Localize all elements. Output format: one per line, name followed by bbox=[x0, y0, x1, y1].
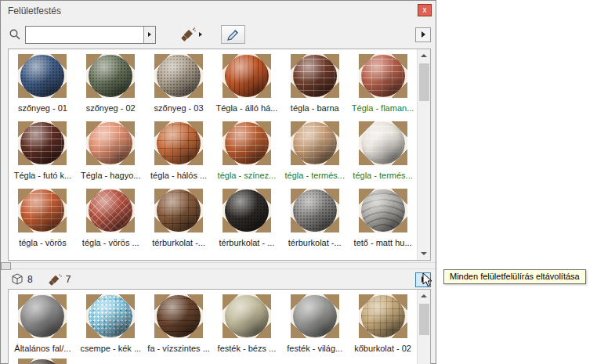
material-thumbnail bbox=[18, 294, 67, 338]
paint-sprayer-icon bbox=[181, 27, 196, 41]
material-item[interactable]: Tégla - futó k... bbox=[9, 121, 77, 189]
material-item[interactable]: szőnyeg - 02 bbox=[77, 54, 145, 121]
material-sphere bbox=[20, 359, 64, 364]
material-item[interactable]: szőnyeg - 01 bbox=[9, 54, 77, 121]
material-label: festék - bézs ... bbox=[213, 344, 281, 353]
material-item[interactable]: festék - bézs ... bbox=[213, 294, 281, 359]
material-sphere bbox=[361, 189, 405, 232]
material-label: tégla - vörös bbox=[9, 238, 77, 247]
close-icon[interactable]: x bbox=[418, 4, 432, 16]
material-label: Általános fal/... bbox=[9, 344, 77, 353]
material-thumbnail bbox=[154, 294, 203, 338]
material-sphere bbox=[293, 295, 337, 337]
material-thumbnail bbox=[291, 294, 339, 338]
material-label: tégla - vörös ... bbox=[77, 238, 145, 247]
surface-count: 8 bbox=[27, 274, 33, 285]
material-label: tégla - termés... bbox=[349, 171, 417, 180]
material-thumbnail bbox=[291, 121, 339, 165]
material-item[interactable]: tégla - termés... bbox=[280, 121, 349, 189]
material-label: Tégla - futó k... bbox=[9, 171, 77, 180]
material-sphere bbox=[225, 55, 269, 97]
eyedropper-icon bbox=[226, 28, 240, 41]
material-item[interactable]: Tégla - hagyo... bbox=[77, 121, 145, 189]
material-item[interactable]: Tégla - flaman... bbox=[349, 54, 417, 121]
material-item[interactable]: tégla - barna bbox=[280, 54, 349, 121]
material-sphere bbox=[157, 122, 201, 164]
material-thumbnail bbox=[18, 359, 67, 364]
material-label: tégla - barna bbox=[280, 103, 349, 113]
material-sphere bbox=[293, 55, 337, 97]
material-thumbnail bbox=[154, 189, 203, 232]
material-sphere bbox=[157, 295, 201, 337]
material-item[interactable]: Általános fal/... bbox=[9, 294, 77, 359]
paint-mode-button[interactable] bbox=[181, 27, 202, 41]
material-thumbnail bbox=[18, 121, 67, 165]
material-item[interactable]: tégla - színez... bbox=[213, 121, 281, 189]
material-label: térburkolat -... bbox=[280, 238, 349, 247]
scroll-up-icon[interactable] bbox=[418, 49, 431, 62]
override-grid: Általános fal/... csempe - kék ... fa - … bbox=[9, 290, 417, 364]
material-item[interactable]: tégla - termés... bbox=[349, 121, 417, 189]
material-sphere bbox=[89, 295, 132, 337]
material-thumbnail bbox=[223, 294, 271, 338]
material-item[interactable]: tégla - vörös bbox=[9, 189, 77, 256]
material-thumbnail bbox=[359, 294, 407, 338]
material-sphere bbox=[89, 55, 132, 97]
mouse-cursor bbox=[422, 272, 432, 290]
override-count: 7 bbox=[66, 274, 71, 285]
material-label: szőnyeg - 01 bbox=[9, 103, 77, 113]
material-sphere bbox=[361, 295, 405, 337]
arrow-right-icon bbox=[422, 31, 425, 38]
top-scrollbar[interactable] bbox=[417, 49, 430, 260]
material-item[interactable]: festék - világ... bbox=[280, 294, 349, 359]
material-sphere bbox=[20, 295, 64, 337]
material-thumbnail bbox=[86, 121, 135, 165]
material-item-partial[interactable] bbox=[9, 359, 77, 364]
material-label: tégla - hálós ... bbox=[145, 171, 213, 180]
material-sphere bbox=[225, 122, 269, 164]
top-panel-menu-button[interactable] bbox=[415, 27, 431, 42]
material-item[interactable]: szőnyeg - 03 bbox=[145, 54, 213, 121]
material-thumbnail bbox=[86, 189, 135, 232]
toolbar bbox=[1, 22, 436, 47]
scroll-up-icon[interactable] bbox=[418, 290, 431, 302]
search-dropdown-button[interactable] bbox=[143, 27, 155, 43]
search-input[interactable] bbox=[26, 27, 143, 43]
material-item[interactable]: kőburkolat - 02 bbox=[349, 294, 417, 359]
scroll-down-icon[interactable] bbox=[418, 247, 431, 260]
material-item[interactable]: térburkolat - ... bbox=[213, 189, 281, 256]
material-thumbnail bbox=[18, 54, 67, 98]
splitter-grip[interactable] bbox=[1, 262, 11, 270]
tooltip: Minden felületfelülírás eltávolítása bbox=[443, 269, 586, 284]
material-item[interactable]: térburkolat -... bbox=[280, 189, 349, 256]
material-item[interactable]: tégla - hálós ... bbox=[145, 121, 213, 189]
eyedropper-button[interactable] bbox=[221, 25, 245, 44]
window-title: Felületfestés bbox=[8, 5, 61, 16]
material-label: Tégla - flaman... bbox=[349, 103, 417, 113]
material-thumbnail bbox=[291, 189, 339, 232]
material-thumbnail bbox=[86, 54, 135, 98]
material-sphere bbox=[89, 189, 132, 232]
material-sphere bbox=[20, 189, 64, 232]
chevron-right-icon bbox=[199, 32, 202, 37]
bottom-scrollbar[interactable] bbox=[417, 290, 430, 364]
material-sphere bbox=[157, 189, 201, 232]
material-item[interactable]: tető - matt hu... bbox=[349, 189, 417, 256]
material-item[interactable]: csempe - kék ... bbox=[77, 294, 145, 359]
scrollbar-thumb[interactable] bbox=[419, 63, 429, 101]
material-label: térburkolat - ... bbox=[213, 238, 281, 247]
material-thumbnail bbox=[223, 189, 271, 232]
surface-list-panel: szőnyeg - 01 szőnyeg - 02 szőnyeg - 03 T… bbox=[8, 49, 431, 261]
material-sphere bbox=[20, 55, 64, 97]
scrollbar-thumb[interactable] bbox=[419, 304, 429, 335]
material-label: Tégla - álló há... bbox=[213, 103, 281, 113]
material-item[interactable]: tégla - vörös ... bbox=[77, 189, 145, 256]
material-item[interactable]: fa - vízszintes ... bbox=[145, 294, 213, 359]
material-label: Tégla - hagyo... bbox=[77, 171, 145, 180]
panel-splitter[interactable] bbox=[1, 262, 436, 269]
material-label: tető - matt hu... bbox=[349, 238, 417, 247]
titlebar[interactable]: Felületfestés x bbox=[1, 1, 436, 21]
paint-sprayer-icon bbox=[49, 273, 62, 286]
material-item[interactable]: Tégla - álló há... bbox=[213, 54, 281, 121]
material-item[interactable]: térburkolat -... bbox=[145, 189, 213, 256]
